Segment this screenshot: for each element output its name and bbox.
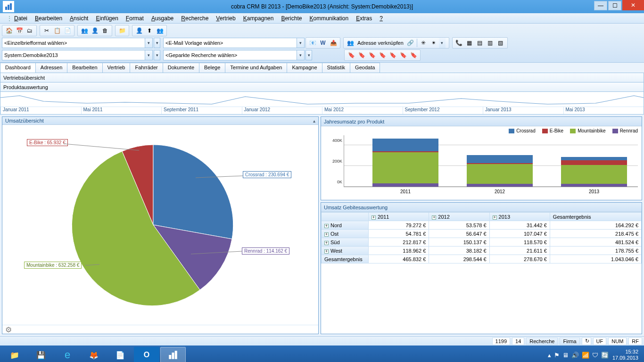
expand-icon[interactable]: + (324, 224, 329, 228)
tool-table3-icon[interactable]: ▥ (486, 38, 495, 48)
tab-kampagne[interactable]: Kampagne (287, 63, 322, 73)
combo-briefformat[interactable]: <Einzelbriefformat wählen> (2, 38, 153, 48)
close-button[interactable]: ✕ (622, 0, 644, 10)
status-firma[interactable]: Firma (560, 337, 579, 345)
tool-person-icon[interactable]: 👤 (134, 26, 144, 35)
tool-cut-icon[interactable]: ✂ (42, 26, 51, 35)
tool-table2-icon[interactable]: ▤ (475, 38, 485, 48)
expand-icon[interactable]: + (372, 215, 376, 220)
expand-icon[interactable]: + (324, 241, 329, 245)
tray-network-icon[interactable]: 📶 (582, 352, 589, 359)
tag6-icon[interactable]: 🔖 (398, 50, 408, 60)
tool-mail-icon[interactable]: 📧 (308, 38, 317, 48)
combo-email[interactable]: <E-Mail Vorlage wählen> (163, 38, 305, 48)
maximize-button[interactable]: ☐ (608, 1, 621, 10)
menu-vertrieb[interactable]: Vertrieb (212, 14, 239, 23)
menu-recherche[interactable]: Recherche (177, 14, 212, 23)
tool-phone-icon[interactable]: 📞 (454, 38, 464, 48)
tab-bearbeiten[interactable]: Bearbeiten (67, 63, 102, 73)
menu-help[interactable]: ? (376, 14, 387, 23)
timeline[interactable]: Januar 2011 Mai 2011 September 2011 Janu… (0, 92, 644, 115)
tray-up-icon[interactable]: ▴ (548, 352, 551, 359)
tool-up-icon[interactable]: ⬆ (145, 26, 154, 35)
menu-einfuegen[interactable]: Einfügen (92, 14, 122, 23)
tray-speaker-icon[interactable]: 🔊 (571, 352, 579, 359)
tag5-icon[interactable]: 🔖 (388, 50, 397, 60)
menu-extras[interactable]: Extras (352, 14, 376, 23)
combo-view[interactable]: System:Demobike2013 (2, 50, 153, 60)
tray-monitor-icon[interactable]: 🖥 (562, 352, 569, 359)
tool-star1-icon[interactable]: ✳ (419, 38, 428, 48)
task-cobra-icon[interactable] (160, 347, 186, 362)
tool-user-add-icon[interactable]: 👥 (80, 26, 89, 35)
menu-kampagnen[interactable]: Kampagnen (239, 14, 278, 23)
task-ie-icon[interactable]: e (55, 347, 80, 362)
tray-sync-icon[interactable]: 🔄 (601, 352, 609, 359)
tab-fahrraeder[interactable]: Fahrräder (130, 63, 163, 73)
combo-briefformat-extra[interactable]: ▾ (154, 38, 160, 48)
tray-clock[interactable]: 15:32 17.09.2013 (612, 349, 638, 361)
expand-icon[interactable]: + (324, 249, 329, 254)
tab-belege[interactable]: Belege (199, 63, 225, 73)
expand-icon[interactable]: + (432, 215, 436, 220)
tool-link-arrow-icon[interactable]: 🔗 (406, 38, 415, 48)
panel-pie-collapse-icon[interactable]: ▴ (313, 118, 315, 123)
tab-geodata[interactable]: Geodata (350, 63, 380, 73)
tray-icons[interactable]: ▴ ⚑ 🖥 🔊 📶 🛡 🔄 (548, 352, 609, 359)
tool-calendar-icon[interactable]: 📅 (15, 26, 24, 35)
status-recherche[interactable]: Recherche (526, 337, 558, 345)
subheader-vertrieb[interactable]: Vertriebsübersicht (0, 73, 644, 82)
task-notepad-icon[interactable]: 📄 (107, 347, 133, 362)
menu-berichte[interactable]: Berichte (277, 14, 305, 23)
tray-flag-icon[interactable]: ⚑ (554, 352, 560, 359)
menu-bearbeiten[interactable]: Bearbeiten (31, 14, 66, 23)
tab-vertrieb[interactable]: Vertrieb (102, 63, 131, 73)
tag7-icon[interactable]: 🔖 (409, 50, 418, 60)
task-outlook-icon[interactable]: O (134, 347, 159, 362)
tool-group-icon[interactable]: 👥 (155, 26, 165, 35)
tool-table1-icon[interactable]: ▦ (465, 38, 474, 48)
tag3-icon[interactable]: 🔖 (367, 50, 377, 60)
tool-home-icon[interactable]: 🏠 (4, 26, 14, 35)
tag2-icon[interactable]: 🔖 (357, 50, 366, 60)
tray-shield-icon[interactable]: 🛡 (592, 352, 598, 359)
tool-card-icon[interactable]: 🗂 (25, 26, 34, 35)
tool-send-icon[interactable]: 📤 (329, 38, 338, 48)
task-firefox-icon[interactable]: 🦊 (81, 347, 107, 362)
tool-star-dd[interactable]: ▾ (439, 38, 446, 48)
tool-paste-icon[interactable]: 📄 (63, 26, 72, 35)
tab-adressen[interactable]: Adressen (35, 63, 67, 73)
task-save-icon[interactable]: 💾 (28, 347, 54, 362)
pivot-table[interactable]: +2011 +2012 +2013 Gesamtergebnis +Nord79… (321, 212, 642, 263)
tab-termine[interactable]: Termine und Aufgaben (225, 63, 287, 73)
status-refresh-icon[interactable]: ↻ (582, 337, 591, 345)
tab-dokumente[interactable]: Dokumente (163, 63, 199, 73)
expand-icon[interactable]: + (493, 215, 497, 220)
subheader-produkt[interactable]: Produktauswertung (0, 82, 644, 92)
tool-folder-icon[interactable]: 📁 (117, 26, 127, 35)
tool-table4-icon[interactable]: ▧ (496, 38, 505, 48)
tool-copy-icon[interactable]: 📋 (52, 26, 62, 35)
menu-ausgabe[interactable]: Ausgabe (148, 14, 177, 23)
tool-delete-icon[interactable]: 🗑 (100, 26, 110, 35)
tag4-icon[interactable]: 🔖 (378, 50, 387, 60)
menu-datei[interactable]: Datei (10, 14, 31, 23)
tool-user-edit-icon[interactable]: 👤 (90, 26, 99, 35)
tab-dashboard[interactable]: Dashboard (0, 63, 36, 73)
expand-icon[interactable]: + (324, 232, 329, 237)
menu-kommunikation[interactable]: Kommunikation (305, 14, 352, 23)
tool-star2-icon[interactable]: ✴ (429, 38, 438, 48)
tag1-icon[interactable]: 🔖 (347, 50, 356, 60)
combo-recherche-extra[interactable]: ▾ (305, 50, 312, 60)
task-explorer-icon[interactable]: 📁 (2, 347, 27, 362)
combo-recherche[interactable]: <Geparkte Recherche wählen> (163, 50, 305, 60)
tab-statistik[interactable]: Statistik (322, 63, 351, 73)
adresse-verknuepfen-label[interactable]: Adresse verknüpfen (355, 40, 405, 46)
pie-footer-icon[interactable]: ⚙ (5, 325, 12, 334)
menu-ansicht[interactable]: Ansicht (66, 14, 92, 23)
tool-link-users-icon[interactable]: 👥 (346, 38, 355, 48)
minimize-button[interactable]: ― (594, 1, 607, 10)
menu-format[interactable]: Format (122, 14, 148, 23)
tool-word-icon[interactable]: W (318, 38, 328, 48)
combo-view-extra[interactable]: ▾ (154, 50, 160, 60)
